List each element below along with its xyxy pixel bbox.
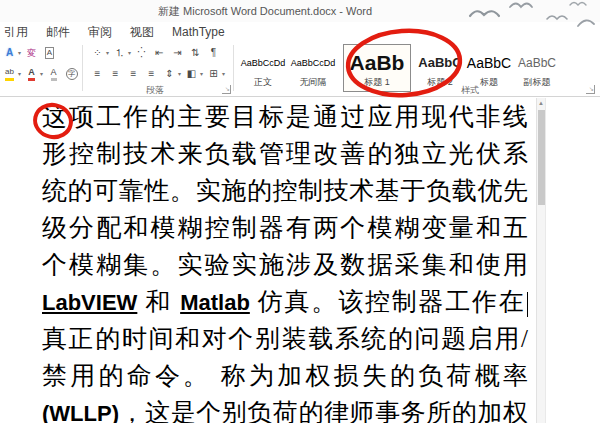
style-sample: AaBb <box>350 51 405 75</box>
document-line: 个模糊集。实验实施涉及数据采集和使用 <box>42 246 528 283</box>
highlight-color-icon[interactable]: ab <box>2 66 17 81</box>
group-separator <box>82 45 83 91</box>
character-border-icon[interactable]: A <box>42 45 57 60</box>
character-shading-icon[interactable]: A <box>46 66 61 81</box>
tab-view[interactable]: 视图 <box>121 22 163 43</box>
enclose-characters-icon[interactable]: 字 <box>64 66 79 81</box>
shading-icon[interactable]: ◧ <box>184 66 199 81</box>
wllp-word: (WLLP) <box>42 401 119 423</box>
align-left-icon[interactable]: ≡ <box>90 66 105 81</box>
dropdown-arrow-icon[interactable]: ▾ <box>178 70 181 77</box>
text-effects-icon[interactable]: A <box>2 45 17 60</box>
vertical-scrollbar[interactable]: ▲ <box>536 98 546 423</box>
font-group-row2: ab ▾ A ▾ A 字 <box>2 66 79 81</box>
paragraph-dialog-launcher-icon[interactable]: ↘ <box>222 85 231 94</box>
group-separator <box>233 45 234 91</box>
tab-references[interactable]: 引用 <box>0 22 37 43</box>
paragraph-group-row1: ⁘ ▾ ⒈ ▾ ⁛ ⇤ ⇥ ⇅ ¶ <box>90 45 221 60</box>
dropdown-arrow-icon[interactable]: ▾ <box>200 70 203 77</box>
window-title: 新建 Microsoft Word Document.docx - Word <box>158 4 372 19</box>
align-right-icon[interactable]: ≡ <box>126 66 141 81</box>
tab-review[interactable]: 审阅 <box>79 22 121 43</box>
dropdown-arrow-icon[interactable]: ▾ <box>128 49 131 56</box>
pilcrow-icon[interactable]: ¶ <box>206 45 221 60</box>
document-edit-area[interactable]: 这项工作的主要目标是通过应用现代非线 形控制技术来负载管理改善的独立光伏系 统的… <box>0 98 600 423</box>
styles-dialog-launcher-icon[interactable]: ↘ <box>586 85 595 94</box>
titlebar-birds-decoration <box>450 0 600 36</box>
style-card-no-spacing[interactable]: AaBbCcDd 无间隔 <box>290 44 336 92</box>
phonetic-guide-icon[interactable]: 変 <box>24 45 39 60</box>
document-line: 真正的时间和对个别装载系统的问题启用/ <box>42 320 528 357</box>
document-line: 级分配和模糊控制器有两个模糊变量和五 <box>42 209 528 246</box>
dropdown-arrow-icon[interactable]: ▾ <box>106 49 109 56</box>
matlab-word: Matlab <box>180 290 250 315</box>
dropdown-arrow-icon[interactable]: ▾ <box>40 70 43 77</box>
style-sample: AaBbC <box>418 55 461 70</box>
paragraph-group-label: 段落 <box>88 84 222 97</box>
dropdown-arrow-icon[interactable]: ▾ <box>18 49 21 56</box>
borders-icon[interactable]: ⊞ <box>206 66 221 81</box>
labview-word: LabVIEW <box>42 290 137 315</box>
scrollbar-thumb[interactable] <box>538 110 545 205</box>
style-card-normal[interactable]: AaBbCcDd 正文 <box>240 44 286 92</box>
document-line: 统的可靠性。实施的控制技术基于负载优先 <box>42 172 528 209</box>
document-line-mixed: (WLLP)，这是个别负荷的律师事务所的加权 <box>42 394 528 423</box>
justify-icon[interactable]: ≡ <box>144 66 159 81</box>
line-spacing-icon[interactable]: ⇕ <box>162 66 177 81</box>
document-line: 这项工作的主要目标是通过应用现代非线 <box>42 98 528 135</box>
increase-indent-icon[interactable]: ⇥ <box>170 45 185 60</box>
sort-icon[interactable]: ⇅ <box>188 45 203 60</box>
titlebar: 新建 Microsoft Word Document.docx - Word <box>0 0 600 22</box>
styles-group-label: 样式 <box>400 84 540 97</box>
numbering-icon[interactable]: ⒈ <box>112 45 127 60</box>
font-group-row1: A ▾ 変 A <box>2 45 57 60</box>
decrease-indent-icon[interactable]: ⇤ <box>152 45 167 60</box>
style-sample: AaBbCcDd <box>241 58 286 68</box>
tab-mathtype[interactable]: MathType <box>163 23 234 41</box>
document-line: 禁用的命令。 称为加权损失的负荷概率 <box>42 357 528 394</box>
style-sample: AaBbC <box>518 56 556 70</box>
style-name: 正文 <box>241 76 285 89</box>
font-color-icon[interactable]: A <box>24 66 39 81</box>
style-sample: AaBbCcDd <box>291 58 336 68</box>
scroll-up-icon[interactable]: ▲ <box>537 98 545 108</box>
tab-mailings[interactable]: 邮件 <box>37 22 79 43</box>
text-cursor <box>527 292 529 317</box>
style-name: 无间隔 <box>291 76 335 89</box>
document-line-mixed: LabVIEW 和 Matlab 仿真。该控制器工作在 <box>42 283 528 320</box>
style-sample: AaBbC <box>467 55 511 71</box>
bullets-icon[interactable]: ⁘ <box>90 45 105 60</box>
document-line: 形控制技术来负载管理改善的独立光伏系 <box>42 135 528 172</box>
paragraph-group-row2: ≡ ≡ ≡ ≡ ⇕ ▾ ◧ ▾ ⊞ ▾ <box>90 66 225 81</box>
multilevel-list-icon[interactable]: ⁛ <box>134 45 149 60</box>
dropdown-arrow-icon[interactable]: ▾ <box>18 70 21 77</box>
ribbon: A ▾ 変 A ab ▾ A ▾ A 字 ⁘ ▾ ⒈ ▾ ⁛ ⇤ ⇥ ⇅ ¶ ≡… <box>0 42 600 97</box>
dropdown-arrow-icon[interactable]: ▾ <box>222 70 225 77</box>
align-center-icon[interactable]: ≡ <box>108 66 123 81</box>
